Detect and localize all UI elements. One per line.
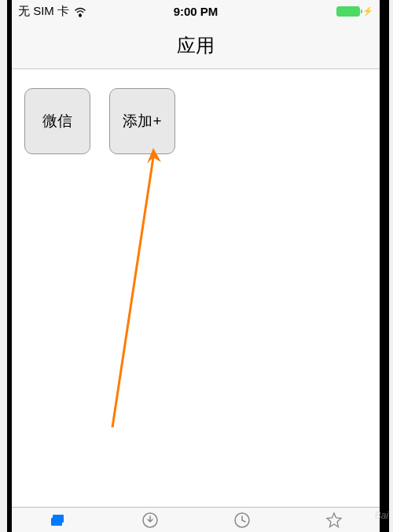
charging-icon: ⚡ — [362, 6, 373, 17]
page-title: 应用 — [177, 33, 215, 58]
content-area: 微信 添加+ — [12, 69, 380, 507]
apps-stack-icon — [50, 512, 67, 529]
app-tile-add[interactable]: 添加+ — [109, 88, 175, 154]
clock-icon — [233, 512, 251, 529]
tab-favorites[interactable] — [288, 508, 380, 532]
tab-recent[interactable] — [196, 508, 288, 532]
svg-line-1 — [112, 157, 153, 427]
status-right: ⚡ — [336, 6, 373, 17]
app-tile-wechat[interactable]: 微信 — [24, 88, 90, 154]
svg-rect-4 — [51, 518, 62, 526]
star-icon — [325, 512, 343, 529]
nav-bar: 应用 — [12, 22, 380, 69]
wifi-icon — [74, 5, 86, 17]
tab-apps[interactable] — [12, 508, 104, 532]
status-time: 9:00 PM — [174, 5, 219, 18]
status-bar: 无 SIM 卡 9:00 PM ⚡ — [12, 0, 380, 22]
tab-bar — [12, 507, 380, 532]
svg-point-0 — [79, 13, 82, 16]
annotation-arrow — [105, 148, 167, 431]
carrier-text: 无 SIM 卡 — [18, 4, 69, 19]
status-left: 无 SIM 卡 — [18, 4, 86, 19]
screen: 无 SIM 卡 9:00 PM ⚡ 应用 微信 添加+ — [12, 0, 380, 532]
battery-icon — [336, 6, 360, 17]
download-circle-icon — [141, 512, 159, 529]
tab-downloads[interactable] — [104, 508, 196, 532]
